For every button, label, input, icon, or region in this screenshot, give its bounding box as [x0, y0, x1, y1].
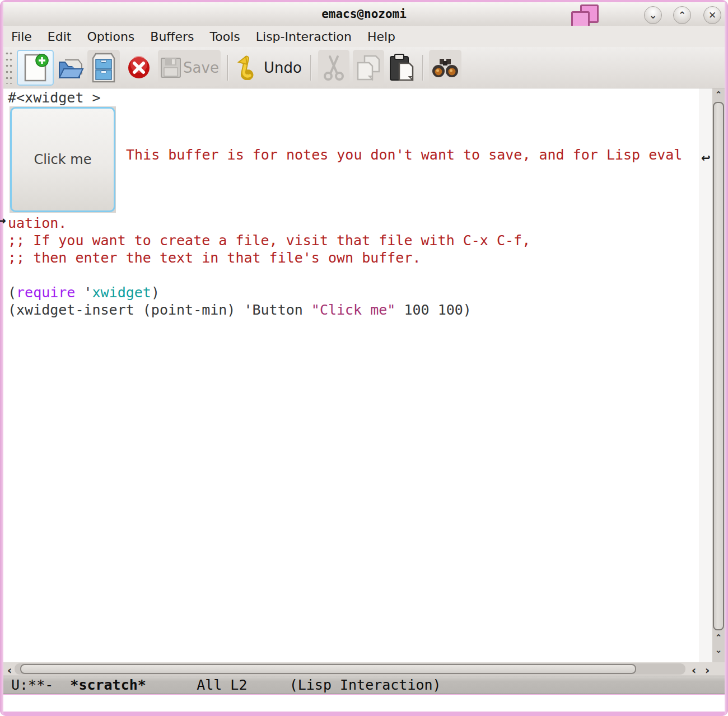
- cut-button[interactable]: [318, 50, 349, 86]
- toolbar-separator: [422, 55, 424, 81]
- menu-help[interactable]: Help: [367, 30, 395, 44]
- scroll-left-icon[interactable]: ‹: [3, 663, 16, 677]
- menu-options[interactable]: Options: [87, 30, 134, 44]
- scroll-right-icon[interactable]: ›: [701, 663, 713, 677]
- window-title: emacs@nozomi: [3, 7, 725, 21]
- paste-icon: [388, 53, 415, 82]
- search-icon: [431, 57, 459, 79]
- open-file-button[interactable]: [55, 50, 87, 86]
- app-icon: [568, 3, 601, 28]
- xwidget-button-label: Click me: [34, 152, 92, 167]
- echo-area[interactable]: [3, 695, 725, 712]
- maximize-button[interactable]: ⌃: [673, 6, 691, 24]
- new-file-button[interactable]: [17, 50, 54, 86]
- scroll-up-icon[interactable]: ⌃: [712, 90, 725, 100]
- undo-button[interactable]: Undo: [236, 50, 303, 86]
- save-icon: [160, 57, 182, 79]
- close-buffer-button[interactable]: [124, 50, 154, 86]
- modeline-position-mode: All L2 (Lisp Interaction): [146, 677, 441, 693]
- buffer-line-comment2: ;; If you want to create a file, visit t…: [8, 232, 530, 249]
- dired-button[interactable]: [87, 50, 120, 86]
- menu-file[interactable]: File: [11, 30, 32, 44]
- toolbar-drag-handle[interactable]: [5, 50, 13, 84]
- scroll-up2-icon[interactable]: ⌃: [712, 633, 725, 643]
- save-button[interactable]: Save: [158, 50, 221, 86]
- search-button[interactable]: [429, 50, 461, 86]
- horizontal-scrollbar-thumb[interactable]: [20, 664, 636, 674]
- horizontal-scrollbar-trough[interactable]: [15, 663, 685, 675]
- menu-buffers[interactable]: Buffers: [150, 30, 194, 44]
- mode-line[interactable]: U:**- *scratch* All L2 (Lisp Interaction…: [3, 676, 725, 694]
- horizontal-scrollbar[interactable]: ‹ ‹ ›: [3, 662, 725, 676]
- menu-lisp-interaction[interactable]: Lisp-Interaction: [256, 30, 352, 44]
- minimize-button[interactable]: ⌄: [644, 6, 662, 24]
- menu-edit[interactable]: Edit: [48, 30, 72, 44]
- xwidget-click-me-button[interactable]: Click me: [10, 107, 115, 212]
- buffer-line-xwidget-print: #<xwidget >: [8, 90, 101, 106]
- undo-icon: [237, 55, 263, 80]
- vertical-scrollbar[interactable]: ⌃ ⌃ ⌄: [712, 88, 725, 662]
- toolbar-separator: [227, 55, 228, 81]
- cut-icon: [322, 54, 346, 81]
- copy-button[interactable]: [353, 50, 384, 86]
- keyword-require: require: [16, 284, 75, 301]
- buffer-line-xwidget-insert: (xwidget-insert (point-min) 'Button "Cli…: [8, 302, 472, 318]
- string-click-me: "Click me": [311, 302, 396, 318]
- modeline-buffer-name: *scratch*: [70, 677, 146, 693]
- scroll-left2-icon[interactable]: ‹: [688, 663, 700, 677]
- copy-icon: [356, 54, 381, 82]
- undo-button-label: Undo: [264, 59, 302, 76]
- title-bar[interactable]: emacs@nozomi ⌄ ⌃ ✕: [3, 2, 725, 26]
- buffer-line-continuation: uation.: [8, 215, 67, 231]
- scroll-down-icon[interactable]: ⌄: [712, 645, 725, 655]
- xwidget-embed: Click me: [10, 106, 116, 213]
- buffer-line-require: (require 'xwidget): [8, 284, 160, 301]
- close-button[interactable]: ✕: [703, 6, 721, 24]
- menu-bar: File Edit Options Buffers Tools Lisp-Int…: [3, 26, 725, 47]
- right-fringe: [699, 88, 712, 662]
- menu-tools[interactable]: Tools: [210, 30, 240, 44]
- toolbar-separator: [310, 55, 312, 81]
- close-buffer-icon: [127, 56, 151, 79]
- line-wrap-left-icon: ↪: [0, 214, 6, 227]
- buffer-line-scratch-msg: This buffer is for notes you don't want …: [126, 147, 682, 163]
- save-button-label: Save: [183, 59, 219, 76]
- line-wrap-right-icon: ↩: [701, 151, 711, 165]
- new-file-icon: [22, 53, 49, 82]
- paste-button[interactable]: [385, 50, 418, 86]
- open-file-icon: [57, 54, 85, 81]
- dired-icon: [91, 53, 116, 83]
- toolbar: Save Undo: [3, 47, 725, 88]
- vertical-scrollbar-thumb[interactable]: [713, 102, 724, 630]
- emacs-window: emacs@nozomi ⌄ ⌃ ✕ File Edit Options Buf…: [0, 0, 728, 716]
- symbol-xwidget: xwidget: [92, 284, 151, 301]
- modeline-flags: U:**-: [11, 677, 70, 693]
- buffer-line-comment3: ;; then enter the text in that file's ow…: [8, 250, 421, 266]
